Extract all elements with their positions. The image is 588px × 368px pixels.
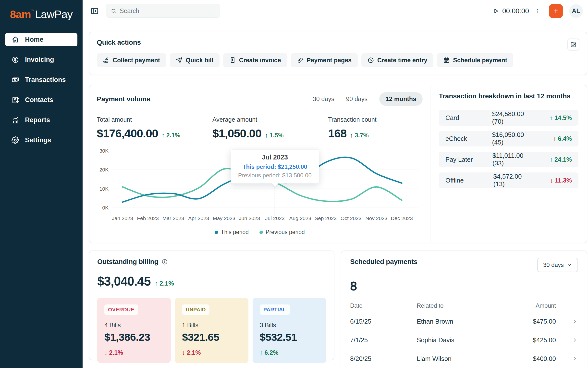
panel-collapse-icon xyxy=(90,7,99,15)
breakdown-label: Card xyxy=(445,114,492,122)
table-row[interactable]: 8/20/25Liam Wilson$400.00 xyxy=(350,349,578,368)
create-time-entry-button[interactable]: Create time entry xyxy=(361,53,433,67)
bills-count: 4 Bills xyxy=(104,322,164,329)
table-rows: 6/15/25Ethan Brown$475.007/1/25Sophia Da… xyxy=(350,312,578,368)
svg-text:Jun 2023: Jun 2023 xyxy=(239,215,260,221)
create-invoice-button[interactable]: Create invoice xyxy=(223,53,287,67)
tab-30-days[interactable]: 30 days xyxy=(313,95,334,103)
payment-pages-icon xyxy=(297,57,304,64)
timer: 00:00:00 xyxy=(492,7,529,15)
payment-pages-button[interactable]: Payment pages xyxy=(291,53,358,67)
billing-card-unpaid: UNPAID1 Bills$321.65↓ 2.1% xyxy=(175,298,248,363)
breakdown-label: eCheck xyxy=(445,135,492,143)
create-invoice-icon xyxy=(229,57,236,64)
sidebar-item-home[interactable]: Home xyxy=(5,33,77,46)
quick-action-label: Create invoice xyxy=(239,57,281,64)
tab-90-days[interactable]: 90 days xyxy=(346,95,368,103)
svg-text:Mar 2023: Mar 2023 xyxy=(162,215,184,221)
tab-12-months[interactable]: 12 months xyxy=(379,92,423,106)
sidebar-item-settings[interactable]: Settings xyxy=(5,133,77,147)
breakdown-row-pay-later: Pay Later$11,011.00 (33)↑ 24.1% xyxy=(439,152,578,167)
table-row[interactable]: 6/15/25Ethan Brown$475.00 xyxy=(350,312,578,331)
bills-change: ↑ 6.2% xyxy=(260,349,319,356)
svg-text:Jan 2023: Jan 2023 xyxy=(112,215,133,221)
info-icon[interactable] xyxy=(161,259,168,265)
add-button[interactable]: + xyxy=(549,4,563,18)
status-badge: OVERDUE xyxy=(104,304,138,315)
sidebar-item-label: Contacts xyxy=(25,96,53,104)
scheduled-table: DateRelated toAmount 6/15/25Ethan Brown$… xyxy=(350,302,578,368)
collect-payment-icon xyxy=(103,57,110,64)
chart-legend: This periodPrevious period xyxy=(97,229,423,236)
stat-total-amount: Total amount$176,400.00↑ 2.1% xyxy=(97,116,212,140)
payment-related-to: Ethan Brown xyxy=(417,318,468,325)
sidebar-item-transactions[interactable]: Transactions xyxy=(5,73,77,87)
table-row[interactable]: 7/1/25Sophia Davis$425.00 xyxy=(350,331,578,349)
sidebar-item-contacts[interactable]: Contacts xyxy=(5,93,77,107)
sidebar-nav: HomeInvoicingTransactionsContactsReports… xyxy=(0,33,83,147)
table-header: DateRelated toAmount xyxy=(350,302,578,309)
contacts-icon xyxy=(12,96,19,104)
chevron-right-icon xyxy=(572,355,578,362)
breakdown-row-offline: Offline$4,572.00 (13)↓ 11.3% xyxy=(439,172,578,188)
breakdown-title: Transaction breakdown in last 12 months xyxy=(439,92,578,100)
sidebar-item-invoicing[interactable]: Invoicing xyxy=(5,53,77,66)
tooltip-this-period: This period: $21,250.00 xyxy=(238,163,312,170)
collect-payment-button[interactable]: Collect payment xyxy=(97,53,166,67)
scheduled-count: 8 xyxy=(350,279,578,293)
breakdown-change: ↓ 11.3% xyxy=(534,177,572,184)
stat-average-amount: Average amount$1,050.00↑ 1.5% xyxy=(212,116,328,140)
schedule-payment-icon xyxy=(443,57,450,64)
breakdown-label: Offline xyxy=(445,177,493,184)
stat-change: ↑ 2.1% xyxy=(161,132,180,139)
schedule-payment-button[interactable]: Schedule payment xyxy=(437,53,513,67)
tooltip-previous-period: Previous period: $13,500.00 xyxy=(238,172,312,179)
breakdown-value: $4,572.00 (13) xyxy=(493,173,534,188)
bills-change: ↓ 2.1% xyxy=(182,349,241,356)
breakdown-row-card: Card$24,580.00 (70)↑ 14.5% xyxy=(439,110,578,126)
sidebar-collapse-button[interactable] xyxy=(90,6,99,16)
quick-bill-icon xyxy=(176,57,183,64)
svg-text:May 2023: May 2023 xyxy=(213,215,235,221)
invoicing-icon xyxy=(12,56,19,64)
home-icon xyxy=(12,36,19,43)
quick-actions-title: Quick actions xyxy=(97,39,579,46)
payment-related-to: Liam Wilson xyxy=(417,355,468,363)
quick-action-label: Create time entry xyxy=(377,57,427,64)
tooltip-title: Jul 2023 xyxy=(238,154,312,161)
col-related: Related to xyxy=(417,302,468,309)
quick-bill-button[interactable]: Quick bill xyxy=(170,53,220,67)
search-input[interactable] xyxy=(120,7,215,14)
payment-amount: $400.00 xyxy=(468,355,556,363)
billing-card-partial: PARTIAL3 Bills$532.51↑ 6.2% xyxy=(253,298,326,363)
bills-amount: $532.51 xyxy=(260,331,319,343)
sidebar: 8am™LawPay HomeInvoicingTransactionsCont… xyxy=(0,0,83,368)
svg-text:Aug 2023: Aug 2023 xyxy=(289,215,311,221)
payment-amount: $425.00 xyxy=(468,336,556,344)
sidebar-item-label: Settings xyxy=(25,136,51,144)
svg-text:20K: 20K xyxy=(99,167,109,172)
search-icon xyxy=(111,8,117,14)
payment-volume-card: Payment volume 30 days90 days12 months T… xyxy=(89,85,587,243)
sidebar-item-reports[interactable]: Reports xyxy=(5,113,77,127)
scheduled-payments-card: Scheduled payments 30 days 8 DateRelated… xyxy=(341,250,587,368)
quick-action-label: Quick bill xyxy=(186,57,213,64)
payment-related-to: Sophia Davis xyxy=(417,336,468,344)
breakdown-row-echeck: eCheck$16,050.00 (45)↑ 6.4% xyxy=(439,131,578,146)
period-tabs: 30 days90 days12 months xyxy=(313,92,423,106)
reports-icon xyxy=(12,116,19,124)
legend-label: This period xyxy=(221,229,249,236)
timer-menu-button[interactable] xyxy=(534,7,541,15)
scheduled-filter-dropdown[interactable]: 30 days xyxy=(537,258,578,272)
avatar[interactable]: AL xyxy=(569,4,583,18)
edit-quick-actions-button[interactable] xyxy=(567,39,579,51)
payment-volume-stats: Total amount$176,400.00↑ 2.1%Average amo… xyxy=(97,116,423,140)
bills-count: 3 Bills xyxy=(260,322,319,329)
play-icon[interactable] xyxy=(492,8,499,14)
billing-card-overdue: OVERDUE4 Bills$1,386.23↓ 2.1% xyxy=(97,298,171,363)
sidebar-item-label: Reports xyxy=(25,116,50,124)
logo-8am: 8am xyxy=(10,8,31,21)
bills-amount: $1,386.23 xyxy=(104,331,164,343)
search-box[interactable] xyxy=(106,4,220,18)
breakdown-label: Pay Later xyxy=(445,156,492,163)
